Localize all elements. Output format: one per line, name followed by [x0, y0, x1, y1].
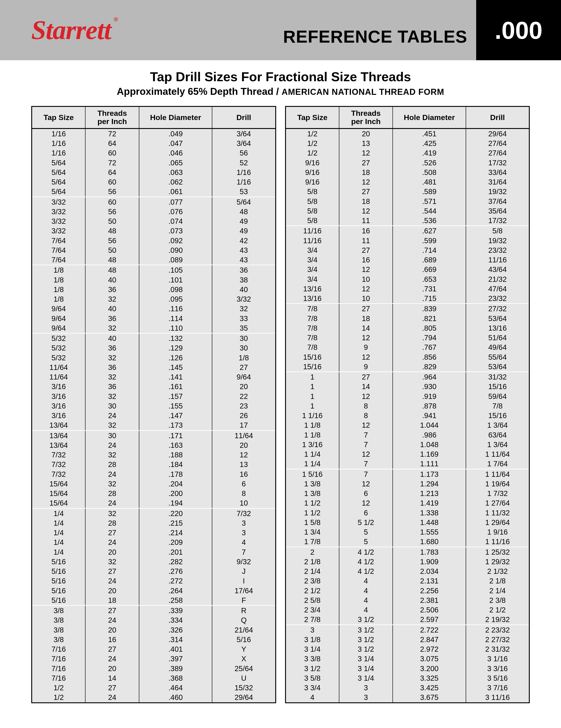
cell-tap-size: 1 1/4 [286, 449, 339, 459]
cell-hole-diameter: .536 [393, 216, 466, 226]
cell-tap-size: 1 5/16 [286, 469, 339, 479]
cell-tap-size: 3/4 [286, 255, 339, 265]
cell-threads-per-inch: 27 [85, 528, 139, 537]
tap-drill-table-left: Tap Size Threads per Inch Hole Diameter … [31, 106, 276, 703]
cell-hole-diameter: 1.213 [393, 489, 466, 498]
table-row: 5/3236.12930 [32, 343, 276, 353]
table-row: 2 3/842.1312 1/8 [286, 576, 530, 586]
cell-threads-per-inch: 12 [339, 392, 393, 401]
cell-threads-per-inch: 24 [85, 440, 139, 450]
cell-tap-size: 3 5/8 [286, 673, 339, 683]
cell-threads-per-inch: 32 [85, 479, 139, 489]
cell-drill: 3/64 [212, 129, 275, 139]
cell-hole-diameter: 2.972 [393, 644, 466, 654]
table-row: 11/1611.59919/32 [286, 236, 530, 245]
cell-threads-per-inch: 20 [85, 664, 139, 673]
table-row: 2 3/442.5062 1/2 [286, 605, 530, 615]
table-row: 7/3224.17816 [32, 469, 276, 479]
cell-drill: 5/8 [466, 226, 529, 236]
cell-drill: 23/32 [466, 245, 529, 255]
cell-hole-diameter: .481 [393, 177, 466, 187]
cell-drill: 43/64 [466, 265, 529, 274]
table-row: 1/220.45129/64 [286, 129, 530, 139]
cell-hole-diameter: .184 [139, 460, 212, 469]
cell-tap-size: 7/16 [32, 673, 85, 683]
cell-drill: 15/16 [466, 411, 529, 420]
cell-drill: 19/32 [466, 236, 529, 245]
cell-drill: 30 [212, 333, 275, 343]
cell-hole-diameter: .401 [139, 644, 212, 654]
cell-hole-diameter: .092 [139, 236, 212, 245]
cell-hole-diameter: .589 [393, 187, 466, 196]
cell-threads-per-inch: 5 [339, 527, 393, 537]
cell-threads-per-inch: 10 [339, 274, 393, 284]
cell-drill: 31/32 [466, 372, 529, 382]
cell-tap-size: 15/64 [32, 489, 85, 498]
cell-threads-per-inch: 30 [85, 401, 139, 411]
cell-drill: 1 7/64 [466, 459, 529, 469]
cell-tap-size: 5/32 [32, 353, 85, 363]
cell-hole-diameter: .821 [393, 314, 466, 323]
cell-threads-per-inch: 7 [339, 459, 393, 469]
cell-tap-size: 1 3/8 [286, 479, 339, 489]
cell-threads-per-inch: 18 [339, 314, 393, 323]
cell-drill: 2 1/2 [466, 605, 529, 615]
table-row: 3/820.32621/64 [32, 625, 276, 635]
table-row: 11/1616.6275/8 [286, 226, 530, 236]
cell-drill: 52 [212, 158, 275, 168]
cell-threads-per-inch: 3 [339, 683, 393, 693]
cell-hole-diameter: .089 [139, 255, 212, 265]
cell-tap-size: 1 5/8 [286, 518, 339, 527]
cell-threads-per-inch: 12 [339, 284, 393, 294]
cell-hole-diameter: 1.338 [393, 508, 466, 518]
section-number-box: .000 [476, 0, 561, 60]
table-row: 24 1/21.7831 25/32 [286, 547, 530, 557]
cell-threads-per-inch: 7 [339, 440, 393, 449]
table-row: 1 3/1671.0481 3/64 [286, 440, 530, 449]
cell-hole-diameter: .282 [139, 557, 212, 566]
cell-tap-size: 7/64 [32, 255, 85, 265]
cell-tap-size: 2 1/4 [286, 566, 339, 576]
cell-drill: 1 11/64 [466, 449, 529, 459]
cell-tap-size: 7/32 [32, 469, 85, 479]
cell-tap-size: 7/8 [286, 314, 339, 323]
brand-logo: Starrett ® [31, 15, 111, 46]
cell-tap-size: 1 3/4 [286, 527, 339, 537]
cell-hole-diameter: .368 [139, 673, 212, 683]
cell-threads-per-inch: 36 [85, 285, 139, 294]
page: Starrett ® REFERENCE TABLES .000 Tap Dri… [0, 0, 561, 721]
cell-drill: 35/64 [466, 206, 529, 216]
cell-threads-per-inch: 9 [339, 342, 393, 352]
cell-hole-diameter: 1.909 [393, 557, 466, 566]
cell-drill: 3/32 [212, 294, 275, 304]
cell-tap-size: 1 1/2 [286, 508, 339, 518]
cell-tap-size: 1/16 [32, 148, 85, 158]
cell-tap-size: 1 [286, 401, 339, 411]
cell-threads-per-inch: 6 [339, 489, 393, 498]
cell-hole-diameter: .188 [139, 450, 212, 460]
table-row: 5/1632.2829/32 [32, 557, 276, 566]
table-row: 9/1618.50833/64 [286, 168, 530, 177]
cell-threads-per-inch: 18 [339, 197, 393, 206]
cell-drill: 29/64 [466, 129, 529, 139]
cell-hole-diameter: .105 [139, 265, 212, 275]
cell-tap-size: 1/4 [32, 518, 85, 528]
cell-threads-per-inch: 64 [85, 168, 139, 177]
cell-drill: 3 11/16 [466, 693, 529, 703]
cell-tap-size: 1/4 [32, 537, 85, 547]
subtitle-part-a: Approximately 65% Depth Thread / [117, 86, 282, 97]
cell-threads-per-inch: 60 [85, 148, 139, 158]
table-row: 5/827.58919/32 [286, 187, 530, 196]
cell-tap-size: 15/16 [286, 352, 339, 362]
table-row: 5/811.53617/32 [286, 216, 530, 226]
cell-hole-diameter: .200 [139, 489, 212, 498]
cell-drill: 9/64 [212, 372, 275, 382]
table-row: 127.96431/32 [286, 372, 530, 382]
cell-threads-per-inch: 7 [339, 469, 393, 479]
cell-drill: 17 [212, 420, 275, 430]
cell-drill: 43 [212, 255, 275, 265]
table-row: 2 1/242.2562 1/4 [286, 586, 530, 595]
cell-tap-size: 1/8 [32, 294, 85, 304]
cell-hole-diameter: .201 [139, 547, 212, 557]
table-row: 1/424.2094 [32, 537, 276, 547]
